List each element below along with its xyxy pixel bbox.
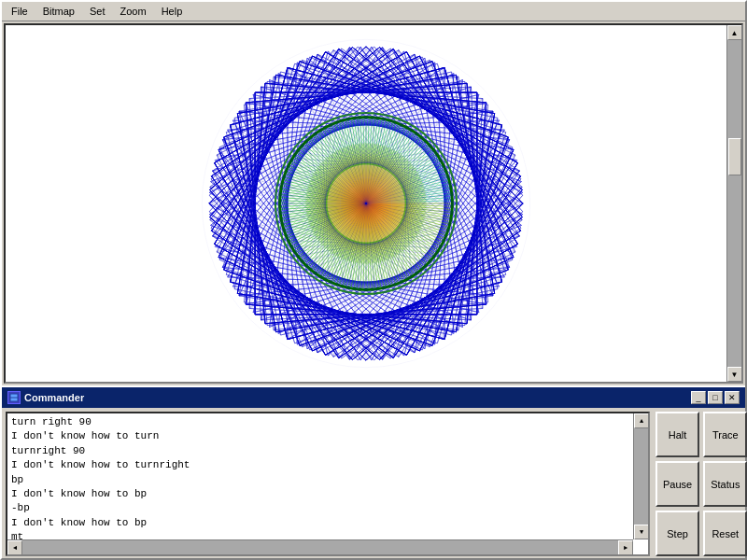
menu-set[interactable]: Set bbox=[84, 4, 111, 19]
commander-body: turn right 90I don't know how to turntur… bbox=[2, 408, 745, 560]
step-button[interactable]: Step bbox=[655, 511, 699, 556]
menu-bar: File Bitmap Set Zoom Help bbox=[2, 2, 745, 21]
buttons-panel: Halt Trace Pause Status Step Reset bbox=[652, 408, 745, 560]
commander-title: Commander bbox=[24, 392, 84, 403]
close-btn[interactable]: ✕ bbox=[725, 391, 740, 404]
text-scroll-up[interactable]: ▲ bbox=[634, 413, 649, 428]
scroll-track[interactable] bbox=[727, 40, 742, 367]
menu-zoom[interactable]: Zoom bbox=[115, 4, 152, 19]
canvas-area: ▲ ▼ bbox=[4, 23, 743, 384]
menu-bitmap[interactable]: Bitmap bbox=[37, 4, 80, 19]
output-text: turn right 90I don't know how to turntur… bbox=[11, 415, 644, 556]
scroll-thumb[interactable] bbox=[728, 138, 741, 175]
text-scrollbar-h: ◄ ► bbox=[7, 539, 633, 554]
halt-button[interactable]: Halt bbox=[655, 412, 699, 457]
menu-file[interactable]: File bbox=[6, 4, 34, 19]
text-scroll-track-h[interactable] bbox=[22, 540, 618, 554]
main-window: File Bitmap Set Zoom Help ▲ ▼ bbox=[0, 0, 747, 560]
trace-button[interactable]: Trace bbox=[703, 412, 747, 457]
reset-button[interactable]: Reset bbox=[703, 511, 747, 556]
canvas-scrollbar-v: ▲ ▼ bbox=[726, 25, 741, 382]
text-scroll-right[interactable]: ► bbox=[618, 540, 633, 555]
spiral-canvas bbox=[6, 25, 726, 382]
text-scroll-track-v[interactable] bbox=[634, 428, 648, 525]
commander-panel: Commander _ □ ✕ turn right 90I don't kno… bbox=[2, 385, 745, 558]
text-output[interactable]: turn right 90I don't know how to turntur… bbox=[6, 412, 650, 556]
pause-button[interactable]: Pause bbox=[655, 461, 699, 507]
text-scroll-left[interactable]: ◄ bbox=[7, 540, 22, 555]
titlebar-controls: _ □ ✕ bbox=[691, 391, 740, 404]
text-scroll-down[interactable]: ▼ bbox=[634, 525, 649, 539]
maximize-btn[interactable]: □ bbox=[708, 391, 723, 404]
commander-icon bbox=[7, 391, 21, 404]
menu-help[interactable]: Help bbox=[156, 4, 189, 19]
scroll-up-btn[interactable]: ▲ bbox=[727, 25, 742, 40]
minimize-btn[interactable]: _ bbox=[691, 391, 706, 404]
scroll-down-btn[interactable]: ▼ bbox=[727, 367, 742, 382]
commander-titlebar: Commander _ □ ✕ bbox=[2, 387, 745, 408]
status-button[interactable]: Status bbox=[703, 461, 747, 507]
text-scrollbar-v: ▲ ▼ bbox=[633, 413, 648, 539]
